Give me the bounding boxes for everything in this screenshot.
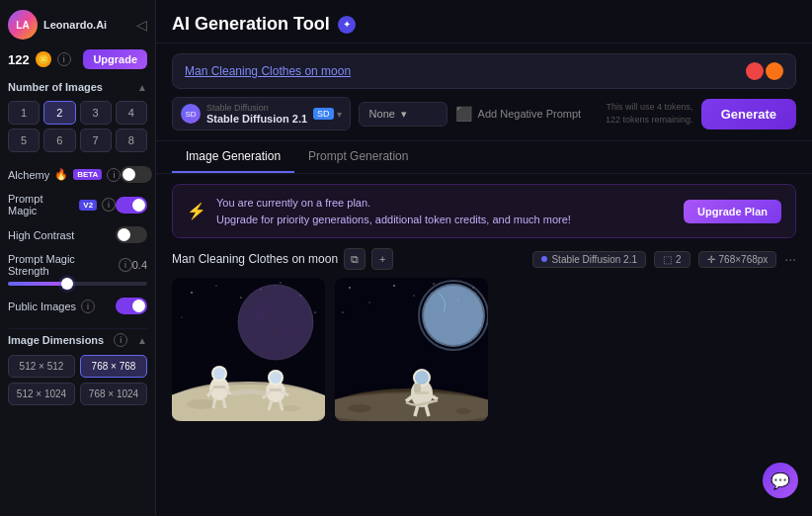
svg-rect-28 [270, 388, 282, 391]
token-icon: 🪙 [36, 51, 51, 67]
public-images-info-icon[interactable]: i [81, 300, 95, 313]
num-btn-6[interactable]: 6 [43, 129, 75, 152]
svg-point-49 [348, 404, 371, 412]
generate-area: This will use 4 tokens, 122 tokens remai… [606, 99, 796, 129]
alchemy-text: Alchemy [8, 169, 49, 181]
svg-point-44 [424, 286, 483, 345]
num-images-label: Number of Images [8, 81, 103, 93]
dim-btn-512-1024[interactable]: 512 × 1024 [8, 383, 75, 405]
svg-point-9 [238, 285, 313, 360]
generate-button[interactable]: Generate [701, 99, 796, 129]
alchemy-fire-icon: 🔥 [54, 168, 68, 181]
negative-prompt-toggle[interactable]: ⬛ Add Negative Prompt [455, 106, 582, 122]
slider-fill [8, 282, 63, 286]
generated-image-1[interactable] [172, 278, 325, 421]
svg-point-37 [414, 296, 415, 297]
slider-value: 0.4 [132, 259, 147, 271]
prompt-avatar-2 [766, 62, 783, 80]
banner-line1: You are currently on a free plan. [216, 195, 571, 212]
banner-left: ⚡ You are currently on a free plan. Upgr… [187, 195, 571, 227]
more-options-icon[interactable]: ··· [784, 251, 796, 267]
main-header: AI Generation Tool ✦ [156, 0, 812, 43]
num-btn-3[interactable]: 3 [80, 101, 112, 125]
model-icon: SD [181, 104, 201, 124]
public-images-toggle[interactable] [116, 298, 147, 314]
high-contrast-row: High Contrast [8, 226, 147, 243]
results-title: Man Cleaning Clothes on moon [172, 252, 338, 266]
dim-btn-768-768[interactable]: 768 × 768 [80, 355, 147, 378]
prompt-magic-row: Prompt Magic V2 i [8, 193, 147, 216]
num-images-section-header: Number of Images ▲ [8, 81, 147, 93]
dim-label: Image Dimensions [8, 334, 104, 346]
dim-info-icon[interactable]: i [114, 333, 127, 347]
alchemy-row: Alchemy 🔥 BETA i [8, 166, 147, 183]
model-info: Stable Diffusion Stable Diffusion 2.1 [206, 103, 307, 125]
banner-line2: Upgrade for priority generations, additi… [216, 212, 571, 228]
model-selector[interactable]: SD Stable Diffusion Stable Diffusion 2.1… [172, 97, 351, 130]
token-count: 122 [8, 52, 30, 67]
tab-prompt-generation[interactable]: Prompt Generation [294, 141, 422, 173]
add-icon[interactable]: + [371, 248, 393, 270]
num-btn-2[interactable]: 2 [43, 101, 75, 125]
alchemy-beta-badge: BETA [73, 169, 102, 180]
style-dropdown[interactable]: None ▾ [359, 102, 447, 127]
prompt-magic-text: Prompt Magic [8, 193, 74, 216]
main-content: AI Generation Tool ✦ Man Cleaning Clothe… [156, 0, 812, 516]
title-info-icon[interactable]: ✦ [338, 16, 356, 34]
lightning-icon: ⚡ [187, 202, 206, 220]
num-btn-7[interactable]: 7 [80, 129, 112, 152]
num-btn-4[interactable]: 4 [116, 101, 147, 125]
slider-thumb[interactable] [61, 278, 73, 290]
slider-info-icon[interactable]: i [119, 258, 132, 272]
svg-point-38 [433, 283, 434, 284]
controls-row: SD Stable Diffusion Stable Diffusion 2.1… [172, 97, 796, 130]
model-name: Stable Diffusion 2.1 [206, 113, 307, 125]
tokens-info-icon[interactable]: i [57, 52, 71, 66]
svg-line-23 [213, 398, 215, 408]
upgrade-button[interactable]: Upgrade [83, 49, 147, 69]
dim-btn-512-512[interactable]: 512 × 512 [8, 355, 75, 378]
slider-track[interactable] [8, 282, 147, 286]
prompt-magic-info-icon[interactable]: i [102, 198, 116, 212]
prompt-magic-badge: V2 [79, 200, 97, 211]
prompt-magic-label: Prompt Magic V2 i [8, 193, 116, 216]
prompt-area: Man Cleaning Clothes on moon SD Stable D… [156, 43, 812, 141]
svg-point-19 [213, 368, 225, 380]
num-btn-5[interactable]: 5 [8, 129, 40, 152]
svg-point-36 [393, 285, 395, 287]
svg-point-16 [281, 405, 300, 411]
dim-chevron: ▲ [137, 335, 147, 346]
sd-badge: SD [313, 108, 334, 120]
copy-icon[interactable]: ⧉ [344, 248, 365, 270]
prompt-bar[interactable]: Man Cleaning Clothes on moon [172, 53, 796, 89]
high-contrast-toggle[interactable] [116, 226, 147, 243]
generate-note: This will use 4 tokens, 122 tokens remai… [606, 101, 693, 126]
model-chevron-icon: ▾ [337, 109, 342, 120]
alchemy-toggle[interactable] [121, 166, 152, 183]
collapse-icon[interactable]: ◁ [136, 17, 147, 33]
alchemy-info-icon[interactable]: i [107, 168, 121, 182]
upgrade-plan-button[interactable]: Upgrade Plan [684, 200, 781, 223]
generated-image-2[interactable] [335, 278, 488, 421]
svg-point-53 [415, 371, 429, 385]
dim-btn-768-1024[interactable]: 768 × 1024 [80, 383, 147, 405]
model-meta-tag: Stable Diffusion 2.1 [532, 251, 646, 268]
svg-point-15 [187, 399, 216, 409]
page-title: AI Generation Tool [172, 14, 330, 35]
size-icon: ✛ [707, 254, 715, 265]
num-btn-1[interactable]: 1 [8, 101, 40, 125]
upgrade-banner: ⚡ You are currently on a free plan. Upgr… [172, 184, 796, 238]
tokens-row: 122 🪙 i Upgrade [8, 49, 147, 69]
prompt-magic-strength-row: Prompt Magic Strength i 0.4 [8, 253, 147, 286]
num-btn-8[interactable]: 8 [116, 129, 147, 152]
dim-grid: 512 × 512 768 × 768 512 × 1024 768 × 102… [8, 355, 147, 405]
count-text: 2 [676, 254, 682, 265]
prompt-avatars [746, 62, 783, 80]
toggle-switch-icon: ⬛ [455, 106, 472, 122]
chat-bubble[interactable]: 💬 [763, 463, 798, 498]
svg-point-34 [349, 287, 350, 288]
prompt-magic-toggle[interactable] [116, 197, 147, 214]
generate-note-line2: 122 tokens remaining. [606, 114, 693, 127]
num-images-grid: 1 2 3 4 5 6 7 8 [8, 101, 147, 152]
tab-image-generation[interactable]: Image Generation [172, 141, 294, 173]
